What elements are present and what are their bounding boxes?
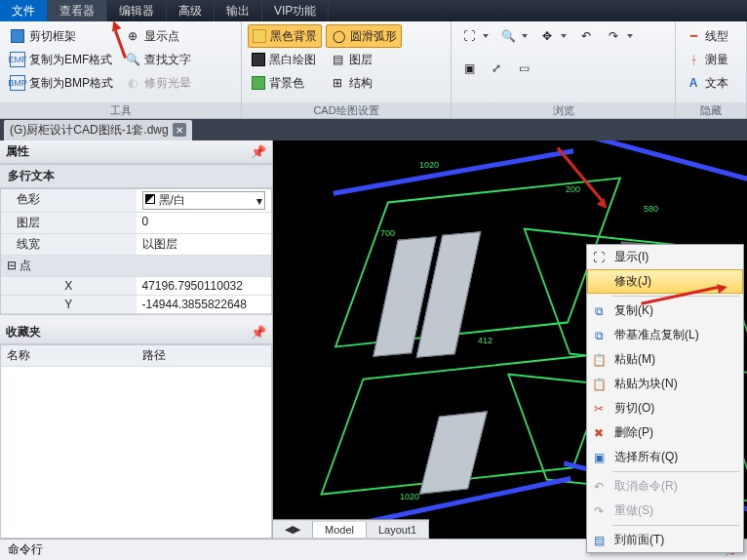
- prop-layer-value[interactable]: 0: [137, 213, 272, 233]
- window-button[interactable]: ▭: [512, 57, 535, 80]
- prop-y-label: Y: [1, 296, 137, 313]
- delete-icon: ✖: [589, 425, 609, 441]
- expand-icon: ⛶: [589, 250, 609, 265]
- menu-vip[interactable]: VIP功能: [262, 0, 329, 21]
- pin-icon[interactable]: 📌: [251, 144, 266, 159]
- nav-prev-button[interactable]: ↶: [574, 24, 598, 48]
- cut-icon: ✂: [589, 401, 609, 417]
- ctx-select-all[interactable]: ▣ 选择所有(Q): [587, 445, 743, 469]
- fav-name-header: 名称: [1, 345, 137, 366]
- pin-icon-fav[interactable]: 📌: [251, 325, 266, 340]
- copy-icon: ⧉: [589, 303, 609, 319]
- object-type-header: 多行文本: [0, 164, 272, 188]
- zoom-in-button[interactable]: 🔍: [496, 24, 531, 48]
- prop-lineweight-value[interactable]: 以图层: [137, 234, 272, 255]
- copy-base-icon: ⧉: [589, 328, 609, 343]
- properties-panel-title: 属性 📌: [0, 140, 272, 164]
- show-point-button[interactable]: ⊕显示点: [121, 24, 195, 48]
- layer-button[interactable]: ▤图层: [326, 48, 402, 71]
- prop-color-combo[interactable]: 黑/白 ▾: [142, 191, 266, 210]
- crop-frame-button[interactable]: 剪切框架: [6, 24, 117, 48]
- menu-advanced[interactable]: 高级: [167, 0, 215, 21]
- prop-x-value[interactable]: 47196.7950110032: [137, 277, 272, 295]
- ctx-display[interactable]: ⛶ 显示(I): [587, 245, 743, 269]
- tab-layout1[interactable]: Layout1: [367, 522, 429, 538]
- extent-button[interactable]: ⤢: [485, 57, 508, 80]
- view-tabs: ◀▶ Model Layout1: [273, 519, 429, 539]
- fit-button[interactable]: ▣: [457, 57, 481, 80]
- ribbon: 剪切框架 EMF复制为EMF格式 BMP复制为BMP格式 ⊕显示点 🔍查找文字 …: [0, 21, 747, 119]
- menu-file[interactable]: 文件: [0, 0, 48, 21]
- ctx-copy-base[interactable]: ⧉ 带基准点复制(L): [587, 323, 743, 347]
- menu-output[interactable]: 输出: [215, 0, 262, 21]
- command-bar-label: 命令行: [8, 541, 43, 558]
- to-front-icon: ▤: [589, 533, 609, 548]
- tab-model[interactable]: Model: [313, 522, 367, 538]
- nav-next-button[interactable]: ↷: [602, 24, 637, 48]
- measure-button[interactable]: ⟊测量: [682, 48, 732, 71]
- zoom-full-button[interactable]: ⛶: [457, 24, 492, 48]
- blank-icon: [589, 274, 609, 290]
- ctx-to-front[interactable]: ▤ 到前面(T): [587, 528, 743, 552]
- ctx-delete[interactable]: ✖ 删除(P): [587, 420, 743, 445]
- bg-color-button[interactable]: 背景色: [248, 71, 322, 95]
- copy-bmp-button[interactable]: BMP复制为BMP格式: [6, 71, 117, 95]
- ctx-paste[interactable]: 📋 粘贴(M): [587, 347, 743, 372]
- linetype-button[interactable]: ━线型: [682, 24, 732, 48]
- trim-halo-button: ◐修剪光晕: [121, 71, 195, 95]
- document-tab-label: (G)厨柜设计CAD图纸-1套.dwg: [10, 122, 169, 139]
- ctx-paste-block[interactable]: 📋 粘贴为块(N): [587, 372, 743, 396]
- menu-viewer[interactable]: 查看器: [48, 0, 107, 21]
- prop-point-section[interactable]: ⊟ 点: [1, 256, 137, 276]
- group-cad-label: CAD绘图设置: [242, 102, 451, 118]
- bw-draw-button[interactable]: 黑白绘图: [248, 48, 322, 71]
- ctx-redo: ↷ 重做(S): [587, 499, 743, 523]
- document-tab-bar: (G)厨柜设计CAD图纸-1套.dwg ✕: [0, 119, 747, 140]
- annotation-arrow-3: [717, 282, 728, 294]
- group-browse-label: 浏览: [452, 102, 675, 118]
- paste-block-icon: 📋: [589, 377, 609, 392]
- ctx-copy[interactable]: ⧉ 复制(K): [587, 299, 743, 323]
- structure-button[interactable]: ⊞结构: [326, 71, 402, 95]
- find-text-button[interactable]: 🔍查找文字: [121, 48, 195, 71]
- paste-icon: 📋: [589, 352, 609, 368]
- group-hide-label: 隐藏: [676, 102, 746, 118]
- undo-icon: ↶: [589, 479, 609, 495]
- tab-arrows[interactable]: ◀▶: [273, 521, 313, 538]
- ctx-cut[interactable]: ✂ 剪切(O): [587, 396, 743, 420]
- copy-emf-button[interactable]: EMF复制为EMF格式: [6, 48, 117, 71]
- group-tools-label: 工具: [0, 102, 241, 118]
- document-tab[interactable]: (G)厨柜设计CAD图纸-1套.dwg ✕: [4, 120, 192, 140]
- close-tab-button[interactable]: ✕: [173, 123, 186, 137]
- black-bg-button[interactable]: 黑色背景: [248, 24, 322, 48]
- redo-icon: ↷: [589, 503, 609, 519]
- ctx-cancel-cmd: ↶ 取消命令(R): [587, 474, 743, 499]
- menu-editor[interactable]: 编辑器: [107, 0, 167, 21]
- prop-layer-label: 图层: [1, 213, 137, 233]
- favorites-panel-title: 收藏夹 📌: [0, 321, 272, 344]
- text-button[interactable]: A文本: [682, 71, 732, 95]
- pan-button[interactable]: ✥: [535, 24, 570, 48]
- prop-x-label: X: [1, 277, 137, 295]
- prop-y-value[interactable]: -14944.3855822648: [137, 296, 272, 313]
- fav-path-header: 路径: [137, 345, 272, 366]
- prop-color-label: 色彩: [1, 189, 137, 212]
- prop-lineweight-label: 线宽: [1, 234, 137, 255]
- smooth-arc-button[interactable]: ◯圆滑弧形: [326, 24, 402, 48]
- select-all-icon: ▣: [589, 450, 609, 465]
